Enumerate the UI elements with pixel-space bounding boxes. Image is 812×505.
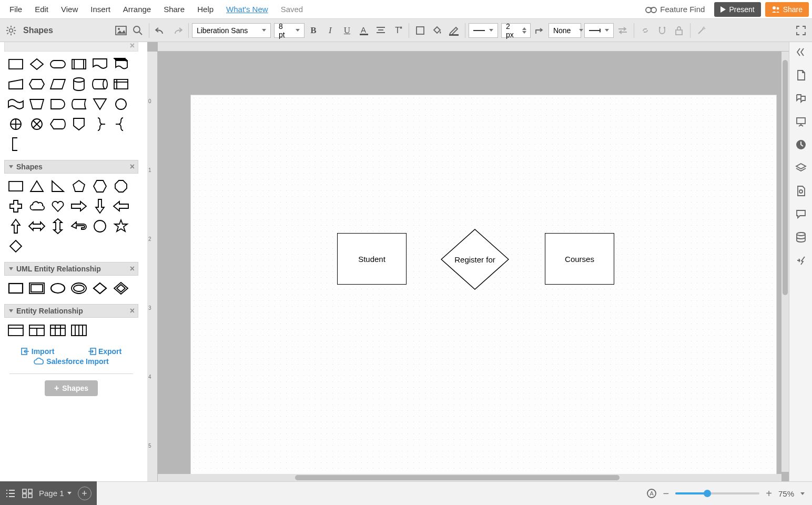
- magnet-button[interactable]: [654, 23, 670, 38]
- shape-arrow-back[interactable]: [69, 217, 88, 236]
- shape-triangle[interactable]: [27, 177, 46, 196]
- shape-arrow-u[interactable]: [6, 217, 25, 236]
- font-select[interactable]: Liberation Sans: [192, 23, 271, 38]
- page-panel-button[interactable]: [795, 69, 807, 81]
- bold-button[interactable]: B: [306, 23, 321, 38]
- shape-stored[interactable]: [69, 95, 88, 114]
- entity-courses[interactable]: Courses: [545, 233, 614, 285]
- shape-multidoc[interactable]: [111, 55, 130, 74]
- linewidth-select[interactable]: 2 px: [501, 23, 531, 38]
- shape-display[interactable]: [48, 115, 67, 134]
- export-link[interactable]: Export: [88, 347, 121, 356]
- linestyle-select[interactable]: [469, 23, 498, 38]
- shape-table2[interactable]: [27, 321, 46, 340]
- actions-panel-button[interactable]: [795, 255, 807, 266]
- fullscreen-button[interactable]: [793, 23, 809, 38]
- salesforce-link[interactable]: Salesforce Import: [34, 358, 108, 365]
- shape-rel[interactable]: [90, 279, 109, 298]
- shape-manager-button[interactable]: [3, 23, 19, 38]
- underline-button[interactable]: U: [339, 23, 355, 38]
- shape-manual-in[interactable]: [6, 75, 25, 94]
- menu-help[interactable]: Help: [191, 3, 220, 16]
- shape-circle[interactable]: [90, 217, 109, 236]
- shape-table4[interactable]: [69, 321, 88, 340]
- shape-table3[interactable]: [48, 321, 67, 340]
- layers-panel-button[interactable]: [795, 162, 807, 174]
- menu-file[interactable]: File: [3, 3, 28, 16]
- shape-process[interactable]: [6, 55, 25, 74]
- shape-weak-rel[interactable]: [111, 279, 130, 298]
- menu-whatsnew[interactable]: What's New: [220, 3, 275, 16]
- shape-delay[interactable]: [48, 95, 67, 114]
- shape-rect[interactable]: [6, 177, 25, 196]
- zoom-in-button[interactable]: +: [766, 488, 772, 500]
- link-button[interactable]: [637, 23, 653, 38]
- shape-arrow-d[interactable]: [90, 197, 109, 216]
- scrollbar-thumb[interactable]: [783, 60, 788, 295]
- feature-find[interactable]: Feature Find: [640, 5, 710, 14]
- relationship-register[interactable]: Register for: [441, 229, 509, 290]
- shape-cloud[interactable]: [27, 197, 46, 216]
- chat-panel-button[interactable]: [795, 208, 807, 220]
- close-icon[interactable]: ×: [130, 265, 135, 273]
- shape-weak-entity[interactable]: [27, 279, 46, 298]
- menu-share[interactable]: Share: [157, 3, 191, 16]
- shape-arrow-ud[interactable]: [48, 217, 67, 236]
- wand-button[interactable]: [694, 23, 709, 38]
- swap-ends-button[interactable]: [615, 23, 631, 38]
- search-button[interactable]: [130, 23, 146, 38]
- italic-button[interactable]: I: [322, 23, 338, 38]
- textcolor-button[interactable]: A: [356, 23, 372, 38]
- canvas-page[interactable]: Student Register for Courses: [190, 95, 777, 479]
- shape-star[interactable]: [111, 217, 130, 236]
- shape-attr[interactable]: [48, 279, 67, 298]
- zoom-out-button[interactable]: −: [663, 488, 669, 500]
- undo-button[interactable]: [153, 23, 168, 38]
- close-icon[interactable]: ×: [130, 307, 135, 315]
- scrollbar-v[interactable]: [781, 52, 789, 472]
- shape-pentagon[interactable]: [69, 177, 88, 196]
- connector-button[interactable]: [532, 23, 547, 38]
- align-button[interactable]: [373, 23, 389, 38]
- list-view-icon[interactable]: [5, 489, 16, 498]
- shape-internal[interactable]: [111, 75, 130, 94]
- close-icon[interactable]: ×: [130, 163, 135, 171]
- autozoom-icon[interactable]: A: [646, 488, 657, 499]
- scrollbar-thumb[interactable]: [295, 475, 620, 480]
- more-shapes-button[interactable]: +Shapes: [45, 380, 98, 396]
- panel-er-header[interactable]: Entity Relationship ×: [4, 304, 138, 318]
- panel-flowchart-header[interactable]: ×: [4, 42, 138, 52]
- arrow-start-select[interactable]: None: [549, 23, 581, 38]
- grid-view-icon[interactable]: [22, 489, 33, 498]
- shape-brace-r[interactable]: [90, 115, 109, 134]
- textbox-button[interactable]: T: [390, 23, 405, 38]
- master-panel-button[interactable]: [795, 185, 807, 197]
- shape-heart[interactable]: [48, 197, 67, 216]
- redo-button[interactable]: [169, 23, 185, 38]
- shape-paper-tape[interactable]: [6, 95, 25, 114]
- shape-cross[interactable]: [6, 197, 25, 216]
- shape-note[interactable]: [6, 135, 25, 154]
- shape-arrow-l[interactable]: [111, 197, 130, 216]
- import-link[interactable]: Import: [21, 347, 55, 356]
- fill-button[interactable]: [429, 23, 445, 38]
- shape-brace-l[interactable]: [111, 115, 130, 134]
- lock-button[interactable]: [671, 23, 687, 38]
- history-panel-button[interactable]: [795, 139, 807, 150]
- share-button[interactable]: Share: [765, 2, 809, 17]
- shape-sum[interactable]: [27, 115, 46, 134]
- close-icon[interactable]: ×: [130, 42, 135, 50]
- shape-blank[interactable]: [27, 135, 46, 154]
- shape-directdata[interactable]: [90, 75, 109, 94]
- shape-arrow-lr[interactable]: [27, 217, 46, 236]
- present-button[interactable]: Present: [714, 2, 760, 17]
- shape-arrow-r[interactable]: [69, 197, 88, 216]
- shape-merge[interactable]: [90, 95, 109, 114]
- present-panel-button[interactable]: [795, 116, 807, 127]
- shape-hexagon[interactable]: [90, 177, 109, 196]
- arrow-end-select[interactable]: [584, 23, 614, 38]
- menu-edit[interactable]: Edit: [28, 3, 55, 16]
- panel-uml-header[interactable]: UML Entity Relationship ×: [4, 262, 138, 276]
- shape-rtriangle[interactable]: [48, 177, 67, 196]
- shape-entity[interactable]: [6, 279, 25, 298]
